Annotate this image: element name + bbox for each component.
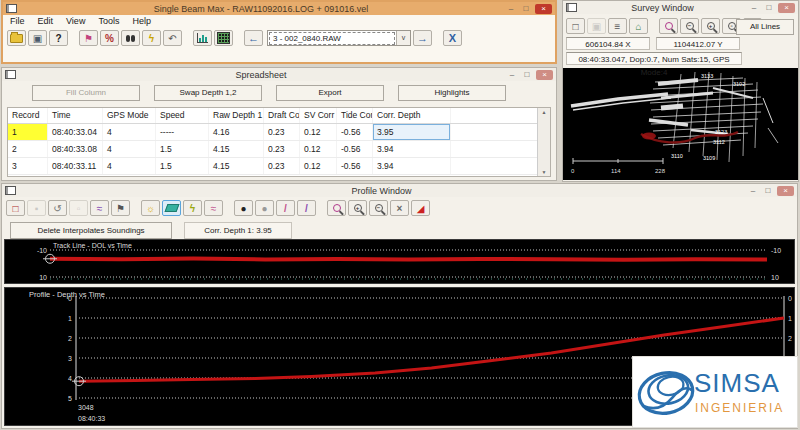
menu-help[interactable]: Help [132, 16, 151, 26]
table-cell[interactable]: 1 [8, 124, 48, 140]
column-header-draft-corr[interactable]: Draft Corr [264, 108, 300, 123]
table-cell[interactable]: -0.56 [337, 124, 373, 140]
column-header-record[interactable]: Record [8, 108, 48, 123]
undo-icon[interactable]: ↶ [163, 30, 182, 46]
table-cell[interactable]: 08:40:33.08 [48, 141, 103, 157]
scroll-up-icon[interactable]: ▲ [542, 109, 547, 115]
column-header-time[interactable]: Time [48, 108, 103, 123]
table-cell[interactable]: 4.15 [209, 141, 264, 157]
zoom-in-icon[interactable]: + [701, 18, 720, 34]
minimize-icon[interactable]: – [506, 70, 518, 80]
single-beam-titlebar[interactable]: Single Beam Max - RAW11092016.LOG + 0910… [3, 2, 555, 15]
close-icon[interactable]: × [536, 70, 553, 80]
spreadsheet-titlebar[interactable]: Spreadsheet – □ × [2, 68, 556, 81]
next-file-button[interactable]: → [413, 30, 432, 46]
table-cell[interactable]: 3.95 [373, 124, 451, 140]
scroll-down-icon[interactable]: ▼ [542, 169, 547, 175]
select-sounding-icon[interactable]: □ [6, 200, 25, 216]
spike-icon[interactable]: ≈ [204, 200, 223, 216]
menu-edit[interactable]: Edit [38, 16, 54, 26]
minimize-icon[interactable]: – [505, 4, 517, 14]
search-icon[interactable] [121, 30, 140, 46]
profile-titlebar[interactable]: Profile Window – □ × [2, 184, 797, 197]
open-folder-icon[interactable] [7, 30, 26, 46]
file-selector[interactable]: 3 - 002_0840.RAW v [267, 30, 411, 46]
table-cell[interactable]: 08:40:33.11 [48, 158, 103, 174]
table-cell[interactable]: 4.15 [209, 158, 264, 174]
select-line-icon[interactable]: □ [566, 18, 585, 34]
lightning-icon[interactable]: ϟ [142, 30, 161, 46]
table-cell[interactable]: 4 [103, 141, 156, 157]
highlights-button[interactable]: Highlights [398, 85, 506, 101]
menu-tools[interactable]: Tools [98, 16, 119, 26]
table-cell[interactable]: 4 [103, 124, 156, 140]
flag-icon[interactable]: ⚑ [111, 200, 130, 216]
chevron-down-icon[interactable]: v [396, 31, 410, 45]
table-cell[interactable]: -0.56 [337, 158, 373, 174]
table-cell[interactable]: 2 [8, 141, 48, 157]
export-button[interactable]: Export [276, 85, 384, 101]
table-cell[interactable]: 0.23 [264, 124, 300, 140]
column-header-tide-corr[interactable]: Tide Corr [337, 108, 373, 123]
table-cell[interactable]: 0.23 [264, 141, 300, 157]
delete-interpolates-button[interactable]: Delete Interpolates Soundings [10, 222, 172, 239]
draw-line2-icon[interactable]: / [297, 200, 316, 216]
dark-blob-icon[interactable]: ● [234, 200, 253, 216]
table-cell[interactable]: 4.16 [209, 124, 264, 140]
table-cell[interactable]: ----- [156, 124, 209, 140]
survey-titlebar[interactable]: Survey Window – □ × [563, 1, 798, 14]
table-cell[interactable]: 1.5 [156, 158, 209, 174]
table-cell[interactable]: 0.12 [300, 158, 337, 174]
table-cell[interactable]: 3.94 [373, 158, 451, 174]
pan-icon[interactable]: × [390, 200, 409, 216]
swap-icon[interactable]: ↺ [48, 200, 67, 216]
swap-depth-1-2-button[interactable]: Swap Depth 1,2 [154, 85, 262, 101]
minimize-icon[interactable]: – [747, 186, 759, 196]
close-icon[interactable]: × [535, 4, 552, 14]
table-row[interactable]: 108:40:33.044-----4.160.230.12-0.563.95 [8, 124, 550, 141]
column-header-raw-depth-1[interactable]: Raw Depth 1 [209, 108, 264, 123]
table-row[interactable]: 208:40:33.0841.54.150.230.12-0.563.94 [8, 141, 550, 158]
table-cell[interactable]: 08:40:33.04 [48, 124, 103, 140]
column-header-corr-depth[interactable]: Corr. Depth [373, 108, 451, 123]
sun-icon[interactable]: ☼ [141, 200, 160, 216]
column-header-gps-mode[interactable]: GPS Mode [103, 108, 156, 123]
all-lines-button[interactable]: All Lines [736, 19, 794, 35]
column-header-speed[interactable]: Speed [156, 108, 209, 123]
table-cell[interactable]: 3.94 [373, 141, 451, 157]
minimize-icon[interactable]: – [748, 3, 760, 13]
chart-icon[interactable] [193, 30, 212, 46]
zoom-select-icon[interactable] [659, 18, 678, 34]
maximize-icon[interactable]: □ [520, 4, 532, 14]
maximize-icon[interactable]: □ [521, 70, 533, 80]
table-row[interactable]: 308:40:33.1141.54.150.230.12-0.563.94 [8, 158, 550, 175]
zoom-out-icon[interactable]: − [680, 18, 699, 34]
close-file-button[interactable]: X [443, 30, 462, 46]
gray-blob-icon[interactable]: ● [255, 200, 274, 216]
grid-icon[interactable] [214, 30, 233, 46]
maximize-icon[interactable]: □ [763, 3, 775, 13]
lightning-icon[interactable]: ϟ [183, 200, 202, 216]
table-cell[interactable]: 3 [8, 158, 48, 174]
zoom-in-icon[interactable]: + [348, 200, 367, 216]
list-icon[interactable]: ≡ [608, 18, 627, 34]
close-icon[interactable]: × [778, 3, 795, 13]
draw-line-icon[interactable]: / [276, 200, 295, 216]
table-cell[interactable]: 4 [103, 158, 156, 174]
survey-map[interactable]: 3133 3102 3123 3112 3110 3109 0 114 228 [563, 68, 798, 180]
boat-home-icon[interactable]: ⌂ [629, 18, 648, 34]
menu-file[interactable]: File [10, 16, 25, 26]
table-cell[interactable]: -0.56 [337, 141, 373, 157]
table-cell[interactable]: 0.23 [264, 158, 300, 174]
save-icon[interactable]: ▣ [28, 30, 47, 46]
table-cell[interactable]: 0.12 [300, 141, 337, 157]
zoom-out-icon[interactable]: − [369, 200, 388, 216]
eraser-icon[interactable] [162, 200, 181, 216]
target-line-icon[interactable]: ⚑ [79, 30, 98, 46]
waveform-icon[interactable]: ≈ [90, 200, 109, 216]
close-icon[interactable]: × [777, 186, 794, 196]
prev-file-button[interactable]: ← [244, 30, 263, 46]
menu-view[interactable]: View [66, 16, 85, 26]
table-scrollbar[interactable]: ▲ ▼ [537, 108, 550, 176]
fill-area-icon[interactable]: ◢ [411, 200, 430, 216]
